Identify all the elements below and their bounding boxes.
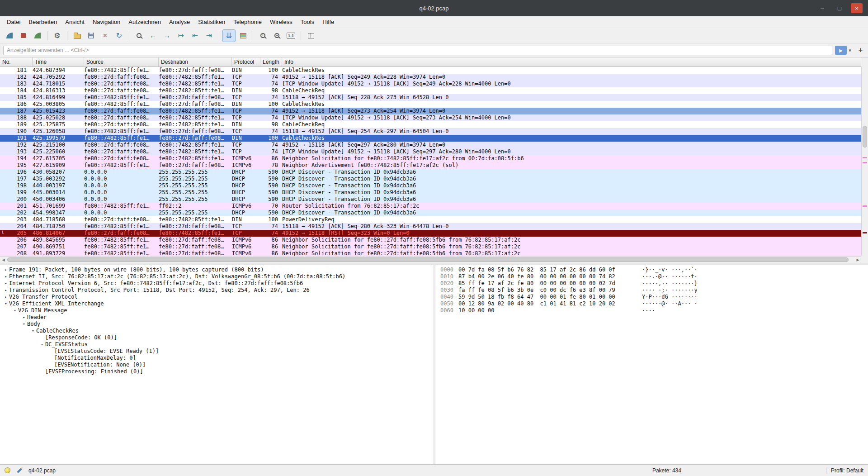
tree-row[interactable]: ▸Ethernet II, Src: 76:82:85:17:af:2c (76… xyxy=(0,273,434,280)
reload-file-button[interactable]: ↻ xyxy=(113,29,126,42)
tree-toggle-icon[interactable]: ▾ xyxy=(12,307,18,314)
start-capture-button[interactable] xyxy=(3,29,16,42)
colorize-button[interactable] xyxy=(236,29,250,42)
last-packet-button[interactable]: ⇥ xyxy=(203,29,216,42)
tree-toggle-icon[interactable]: ▾ xyxy=(30,328,36,334)
goto-packet-button[interactable]: ↦ xyxy=(175,29,188,42)
packet-row[interactable]: 186425.003805fe80::7482:85ff:fe1…fe80::2… xyxy=(0,101,861,108)
menu-hilfe[interactable]: Hilfe xyxy=(318,17,338,27)
tree-toggle-icon[interactable]: ▾ xyxy=(39,341,45,348)
zoom-original-button[interactable]: 1:1 xyxy=(284,29,297,42)
tree-row[interactable]: ▸V2G Transfer Protocol xyxy=(0,294,434,300)
tree-row[interactable]: [NotificationMaxDelay: 0] xyxy=(0,355,434,362)
tree-toggle-icon[interactable]: ▸ xyxy=(3,294,9,300)
tree-row[interactable]: ▾CableCheckRes xyxy=(0,328,434,334)
packet-row[interactable]: 185424.816499fe80::7482:85ff:fe1…fe80::2… xyxy=(0,94,861,101)
packet-row[interactable]: 194427.615705fe80::27d:faff:fe08…fe80::7… xyxy=(0,155,861,162)
menu-wireless[interactable]: Wireless xyxy=(266,17,297,27)
packet-row[interactable]: 183424.718015fe80::27d:faff:fe08…fe80::7… xyxy=(0,81,861,87)
packet-row[interactable]: 207490.869751fe80::7482:85ff:fe1…fe80::2… xyxy=(0,243,861,250)
packet-row[interactable]: 189425.125875fe80::27d:faff:fe08…fe80::7… xyxy=(0,121,861,128)
tree-toggle-icon[interactable]: ▸ xyxy=(21,314,27,321)
packet-row[interactable]: 208491.893729fe80::7482:85ff:fe1…fe80::2… xyxy=(0,250,861,256)
auto-scroll-button[interactable]: ⇊ xyxy=(222,29,236,42)
hex-row[interactable]: 002085 ff fe 17 af 2c fe 80 00 00 00 00 … xyxy=(440,280,868,287)
tree-row[interactable]: ▸Frame 191: Packet, 100 bytes on wire (8… xyxy=(0,267,434,273)
packet-row[interactable]: 191425.199579fe80::7482:85ff:fe1…fe80::2… xyxy=(0,135,861,142)
column-header-len[interactable]: Length xyxy=(260,57,282,67)
hex-row[interactable]: 005000 12 80 9a 02 00 40 80 c1 01 41 81 … xyxy=(440,300,868,307)
packet-row[interactable]: └205486.814067fe80::27d:faff:fe08…fe80::… xyxy=(0,230,861,237)
tree-row[interactable]: ▾Body xyxy=(0,321,434,328)
hex-row[interactable]: 001087 b4 00 2e 06 40 fe 80 00 00 00 00 … xyxy=(440,273,868,280)
restart-capture-button[interactable] xyxy=(31,29,44,42)
packet-row[interactable]: 181424.687394fe80::7482:85ff:fe1…fe80::2… xyxy=(0,67,861,74)
packet-row[interactable]: 187425.015423fe80::27d:faff:fe08…fe80::7… xyxy=(0,108,861,114)
packet-row[interactable]: 195427.615909fe80::7482:85ff:fe1…fe80::2… xyxy=(0,162,861,169)
tree-row[interactable]: ▸Internet Protocol Version 6, Src: fe80:… xyxy=(0,280,434,287)
hex-row[interactable]: 000000 7d fa 08 5f b6 76 82 85 17 af 2c … xyxy=(440,267,868,273)
tree-row[interactable]: ▾V2G DIN Message xyxy=(0,307,434,314)
tree-row[interactable]: [ResponseCode: OK (0)] xyxy=(0,334,434,341)
hex-row[interactable]: 0030fa ff fe 08 5f b6 3b 0e c0 00 dc f6 … xyxy=(440,287,868,294)
menu-tools[interactable]: Tools xyxy=(297,17,318,27)
column-header-no[interactable]: No. xyxy=(0,57,33,67)
menu-telephonie[interactable]: Telephonie xyxy=(229,17,266,27)
tree-toggle-icon[interactable]: ▸ xyxy=(3,273,9,280)
hscroll-left-arrow-icon[interactable]: ◀ xyxy=(0,257,7,263)
column-header-proto[interactable]: Protocol xyxy=(232,57,260,67)
tree-row[interactable]: ▾V2G Efficient XML Interchange xyxy=(0,300,434,307)
resize-columns-button[interactable] xyxy=(304,29,317,42)
hscroll-right-arrow-icon[interactable]: ▶ xyxy=(854,257,861,263)
column-header-time[interactable]: Time xyxy=(33,57,84,67)
capture-comment-icon[interactable] xyxy=(17,468,22,473)
tree-row[interactable]: ▾DC_EVSEStatus xyxy=(0,341,434,348)
display-filter-input[interactable] xyxy=(3,46,832,55)
packet-row[interactable]: 192425.215100fe80::27d:faff:fe08…fe80::7… xyxy=(0,142,861,148)
column-header-info[interactable]: Info xyxy=(282,57,861,67)
packet-row[interactable]: 184424.816313fe80::27d:faff:fe08…fe80::7… xyxy=(0,87,861,94)
open-file-button[interactable] xyxy=(71,29,84,42)
packet-row[interactable]: 204484.718750fe80::7482:85ff:fe1…fe80::2… xyxy=(0,223,861,230)
go-back-button[interactable]: ← xyxy=(146,29,160,42)
packet-row[interactable]: 199445.0030140.0.0.0255.255.255.255DHCP5… xyxy=(0,189,861,196)
status-profile[interactable]: Profil: Default xyxy=(826,467,863,474)
close-file-button[interactable]: × xyxy=(99,29,112,42)
tree-toggle-icon[interactable]: ▾ xyxy=(3,300,9,307)
packet-row[interactable]: 188425.025028fe80::27d:faff:fe08…fe80::7… xyxy=(0,114,861,121)
menu-bearbeiten[interactable]: Bearbeiten xyxy=(24,17,61,27)
tree-toggle-icon[interactable]: ▸ xyxy=(3,287,9,294)
tree-row[interactable]: [EVSEProcessing: Finished (0)] xyxy=(0,368,434,375)
capture-options-button[interactable]: ⚙ xyxy=(51,29,64,42)
close-button[interactable]: × xyxy=(851,3,863,13)
first-packet-button[interactable]: ⇤ xyxy=(189,29,202,42)
packet-row[interactable]: 196430.0582070.0.0.0255.255.255.255DHCP5… xyxy=(0,169,861,176)
tree-toggle-icon[interactable]: ▸ xyxy=(3,267,9,273)
tree-toggle-icon[interactable]: ▾ xyxy=(21,321,27,328)
zoom-in-button[interactable]: + xyxy=(256,29,269,42)
minimize-button[interactable]: – xyxy=(816,3,828,13)
menu-datei[interactable]: Datei xyxy=(3,17,24,27)
tree-row[interactable]: ▸Transmission Control Protocol, Src Port… xyxy=(0,287,434,294)
zoom-out-button[interactable]: − xyxy=(270,29,283,42)
packet-row[interactable]: 182424.705292fe80::27d:faff:fe08…fe80::7… xyxy=(0,74,861,81)
hscrollbar-handle[interactable] xyxy=(7,257,849,262)
packet-row[interactable]: 190425.126058fe80::7482:85ff:fe1…fe80::2… xyxy=(0,128,861,135)
hex-row[interactable]: 004059 9d 50 18 fb f8 64 47 00 00 01 fe … xyxy=(440,294,868,300)
menu-statistiken[interactable]: Statistiken xyxy=(194,17,229,27)
packet-row[interactable]: 206489.845695fe80::7482:85ff:fe1…fe80::2… xyxy=(0,237,861,243)
tree-row[interactable]: [EVSEStatusCode: EVSE Ready (1)] xyxy=(0,348,434,355)
add-filter-button[interactable]: + xyxy=(856,46,865,54)
menu-navigation[interactable]: Navigation xyxy=(89,17,124,27)
column-header-src[interactable]: Source xyxy=(84,57,159,67)
menu-analyse[interactable]: Analyse xyxy=(165,17,194,27)
tree-row[interactable]: [EVSENotification: None (0)] xyxy=(0,362,434,368)
packet-row[interactable]: 202454.9983470.0.0.0255.255.255.255DHCP5… xyxy=(0,209,861,216)
menu-aufzeichnen[interactable]: Aufzeichnen xyxy=(124,17,165,27)
vscrollbar-handle[interactable] xyxy=(863,126,867,148)
find-packet-button[interactable] xyxy=(132,29,146,42)
hex-row[interactable]: 006010 00 00 00···· xyxy=(440,307,868,314)
packet-row[interactable]: 201451.701699fe80::7482:85ff:fe1…ff02::2… xyxy=(0,203,861,209)
stop-capture-button[interactable] xyxy=(17,29,30,42)
packet-row[interactable]: 197435.0032920.0.0.0255.255.255.255DHCP5… xyxy=(0,176,861,182)
